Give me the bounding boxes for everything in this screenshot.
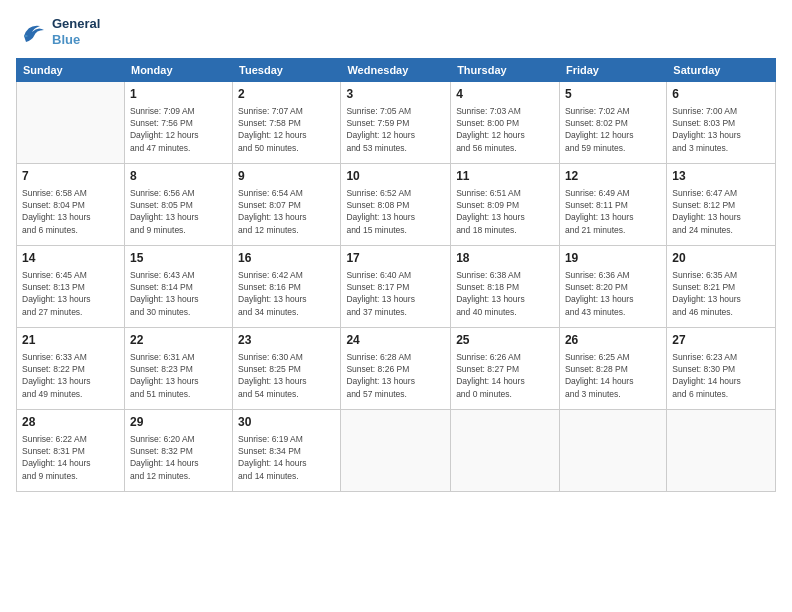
week-row-2: 7Sunrise: 6:58 AMSunset: 8:04 PMDaylight… (17, 164, 776, 246)
week-row-3: 14Sunrise: 6:45 AMSunset: 8:13 PMDayligh… (17, 246, 776, 328)
day-of-week-sunday: Sunday (17, 59, 125, 82)
day-of-week-wednesday: Wednesday (341, 59, 451, 82)
day-info: Sunrise: 6:19 AMSunset: 8:34 PMDaylight:… (238, 433, 335, 482)
day-number: 15 (130, 250, 227, 267)
day-number: 1 (130, 86, 227, 103)
page-header: General Blue (16, 16, 776, 48)
day-info: Sunrise: 6:43 AMSunset: 8:14 PMDaylight:… (130, 269, 227, 318)
day-info: Sunrise: 6:20 AMSunset: 8:32 PMDaylight:… (130, 433, 227, 482)
week-row-5: 28Sunrise: 6:22 AMSunset: 8:31 PMDayligh… (17, 410, 776, 492)
calendar-cell: 5Sunrise: 7:02 AMSunset: 8:02 PMDaylight… (559, 82, 666, 164)
day-info: Sunrise: 6:40 AMSunset: 8:17 PMDaylight:… (346, 269, 445, 318)
calendar-cell: 14Sunrise: 6:45 AMSunset: 8:13 PMDayligh… (17, 246, 125, 328)
calendar-cell: 26Sunrise: 6:25 AMSunset: 8:28 PMDayligh… (559, 328, 666, 410)
day-info: Sunrise: 6:49 AMSunset: 8:11 PMDaylight:… (565, 187, 661, 236)
calendar-cell: 17Sunrise: 6:40 AMSunset: 8:17 PMDayligh… (341, 246, 451, 328)
day-info: Sunrise: 6:23 AMSunset: 8:30 PMDaylight:… (672, 351, 770, 400)
calendar-cell (451, 410, 560, 492)
day-info: Sunrise: 6:58 AMSunset: 8:04 PMDaylight:… (22, 187, 119, 236)
calendar-cell (667, 410, 776, 492)
day-info: Sunrise: 7:00 AMSunset: 8:03 PMDaylight:… (672, 105, 770, 154)
day-number: 23 (238, 332, 335, 349)
calendar-cell: 1Sunrise: 7:09 AMSunset: 7:56 PMDaylight… (124, 82, 232, 164)
day-info: Sunrise: 7:05 AMSunset: 7:59 PMDaylight:… (346, 105, 445, 154)
day-number: 22 (130, 332, 227, 349)
logo-blue: Blue (52, 32, 100, 48)
day-number: 5 (565, 86, 661, 103)
day-number: 16 (238, 250, 335, 267)
day-number: 6 (672, 86, 770, 103)
calendar-cell: 8Sunrise: 6:56 AMSunset: 8:05 PMDaylight… (124, 164, 232, 246)
calendar-cell: 19Sunrise: 6:36 AMSunset: 8:20 PMDayligh… (559, 246, 666, 328)
day-number: 2 (238, 86, 335, 103)
day-number: 18 (456, 250, 554, 267)
calendar-cell: 10Sunrise: 6:52 AMSunset: 8:08 PMDayligh… (341, 164, 451, 246)
day-info: Sunrise: 6:33 AMSunset: 8:22 PMDaylight:… (22, 351, 119, 400)
day-of-week-saturday: Saturday (667, 59, 776, 82)
day-info: Sunrise: 7:07 AMSunset: 7:58 PMDaylight:… (238, 105, 335, 154)
day-info: Sunrise: 6:22 AMSunset: 8:31 PMDaylight:… (22, 433, 119, 482)
day-number: 14 (22, 250, 119, 267)
logo-bird-icon (16, 16, 48, 48)
calendar-cell: 3Sunrise: 7:05 AMSunset: 7:59 PMDaylight… (341, 82, 451, 164)
calendar-table: SundayMondayTuesdayWednesdayThursdayFrid… (16, 58, 776, 492)
day-info: Sunrise: 6:56 AMSunset: 8:05 PMDaylight:… (130, 187, 227, 236)
calendar-header: SundayMondayTuesdayWednesdayThursdayFrid… (17, 59, 776, 82)
calendar-cell: 11Sunrise: 6:51 AMSunset: 8:09 PMDayligh… (451, 164, 560, 246)
calendar-cell: 25Sunrise: 6:26 AMSunset: 8:27 PMDayligh… (451, 328, 560, 410)
day-info: Sunrise: 7:02 AMSunset: 8:02 PMDaylight:… (565, 105, 661, 154)
day-number: 26 (565, 332, 661, 349)
day-info: Sunrise: 6:36 AMSunset: 8:20 PMDaylight:… (565, 269, 661, 318)
calendar-cell (17, 82, 125, 164)
day-number: 4 (456, 86, 554, 103)
day-info: Sunrise: 6:30 AMSunset: 8:25 PMDaylight:… (238, 351, 335, 400)
day-number: 20 (672, 250, 770, 267)
logo-general: General (52, 16, 100, 32)
day-number: 24 (346, 332, 445, 349)
day-of-week-monday: Monday (124, 59, 232, 82)
day-number: 11 (456, 168, 554, 185)
day-info: Sunrise: 7:03 AMSunset: 8:00 PMDaylight:… (456, 105, 554, 154)
day-number: 27 (672, 332, 770, 349)
calendar-cell: 22Sunrise: 6:31 AMSunset: 8:23 PMDayligh… (124, 328, 232, 410)
days-of-week-row: SundayMondayTuesdayWednesdayThursdayFrid… (17, 59, 776, 82)
calendar-cell: 6Sunrise: 7:00 AMSunset: 8:03 PMDaylight… (667, 82, 776, 164)
calendar-cell: 24Sunrise: 6:28 AMSunset: 8:26 PMDayligh… (341, 328, 451, 410)
calendar-cell: 18Sunrise: 6:38 AMSunset: 8:18 PMDayligh… (451, 246, 560, 328)
page-container: General Blue SundayMondayTuesdayWednesda… (0, 0, 792, 612)
calendar-cell: 28Sunrise: 6:22 AMSunset: 8:31 PMDayligh… (17, 410, 125, 492)
day-info: Sunrise: 6:45 AMSunset: 8:13 PMDaylight:… (22, 269, 119, 318)
day-info: Sunrise: 6:42 AMSunset: 8:16 PMDaylight:… (238, 269, 335, 318)
day-info: Sunrise: 7:09 AMSunset: 7:56 PMDaylight:… (130, 105, 227, 154)
calendar-cell: 20Sunrise: 6:35 AMSunset: 8:21 PMDayligh… (667, 246, 776, 328)
day-info: Sunrise: 6:25 AMSunset: 8:28 PMDaylight:… (565, 351, 661, 400)
calendar-cell: 2Sunrise: 7:07 AMSunset: 7:58 PMDaylight… (233, 82, 341, 164)
day-info: Sunrise: 6:54 AMSunset: 8:07 PMDaylight:… (238, 187, 335, 236)
day-info: Sunrise: 6:52 AMSunset: 8:08 PMDaylight:… (346, 187, 445, 236)
day-of-week-tuesday: Tuesday (233, 59, 341, 82)
day-of-week-thursday: Thursday (451, 59, 560, 82)
day-number: 17 (346, 250, 445, 267)
day-info: Sunrise: 6:47 AMSunset: 8:12 PMDaylight:… (672, 187, 770, 236)
day-number: 28 (22, 414, 119, 431)
day-number: 21 (22, 332, 119, 349)
calendar-cell: 12Sunrise: 6:49 AMSunset: 8:11 PMDayligh… (559, 164, 666, 246)
day-number: 12 (565, 168, 661, 185)
day-info: Sunrise: 6:26 AMSunset: 8:27 PMDaylight:… (456, 351, 554, 400)
calendar-cell: 27Sunrise: 6:23 AMSunset: 8:30 PMDayligh… (667, 328, 776, 410)
day-number: 9 (238, 168, 335, 185)
calendar-body: 1Sunrise: 7:09 AMSunset: 7:56 PMDaylight… (17, 82, 776, 492)
day-number: 10 (346, 168, 445, 185)
calendar-cell: 7Sunrise: 6:58 AMSunset: 8:04 PMDaylight… (17, 164, 125, 246)
day-info: Sunrise: 6:28 AMSunset: 8:26 PMDaylight:… (346, 351, 445, 400)
calendar-cell: 4Sunrise: 7:03 AMSunset: 8:00 PMDaylight… (451, 82, 560, 164)
day-number: 8 (130, 168, 227, 185)
calendar-cell: 13Sunrise: 6:47 AMSunset: 8:12 PMDayligh… (667, 164, 776, 246)
day-number: 3 (346, 86, 445, 103)
day-info: Sunrise: 6:35 AMSunset: 8:21 PMDaylight:… (672, 269, 770, 318)
day-number: 30 (238, 414, 335, 431)
day-info: Sunrise: 6:38 AMSunset: 8:18 PMDaylight:… (456, 269, 554, 318)
week-row-1: 1Sunrise: 7:09 AMSunset: 7:56 PMDaylight… (17, 82, 776, 164)
calendar-cell: 9Sunrise: 6:54 AMSunset: 8:07 PMDaylight… (233, 164, 341, 246)
day-number: 19 (565, 250, 661, 267)
